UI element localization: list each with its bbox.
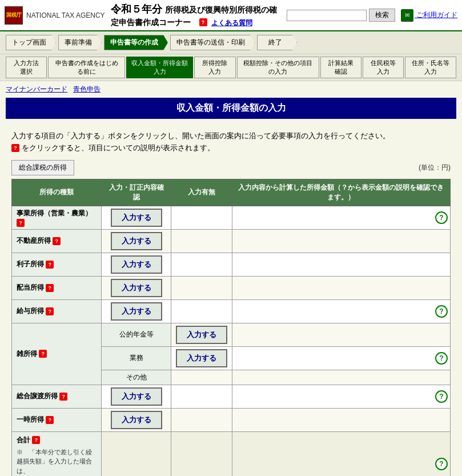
sogo-btn[interactable]: 総合課税の所得 bbox=[11, 160, 74, 175]
sub-step-1[interactable]: 申告書の作成をはじめる前に bbox=[48, 57, 125, 78]
step-send[interactable]: 申告書等の送信・印刷 bbox=[170, 35, 255, 50]
my-number-link[interactable]: マイナンバーカード bbox=[6, 85, 67, 94]
question-icon[interactable]: ? bbox=[199, 18, 207, 26]
q-red-3[interactable]: ? bbox=[46, 284, 54, 292]
misc-label-0: 公的年金等 bbox=[119, 330, 154, 338]
circle-q-transfer[interactable]: ? bbox=[435, 390, 448, 403]
sub-step-3[interactable]: 所得控除入力 bbox=[194, 57, 235, 78]
guide-icon: ✉ bbox=[401, 9, 413, 22]
step-prep-btn[interactable]: 事前準備 bbox=[58, 35, 102, 50]
header: 国税庁 NATIONAL TAX AGENCY 令和５年分 所得税及び復興特別所… bbox=[0, 0, 462, 31]
q-red-4[interactable]: ? bbox=[46, 307, 54, 315]
yn-cell-4 bbox=[171, 299, 232, 323]
q-red-0[interactable]: ? bbox=[17, 219, 25, 227]
table-header-row: 総合課税の所得 (単位：円) bbox=[11, 160, 451, 175]
input-btn-1[interactable]: 入力する bbox=[111, 232, 162, 250]
q-red-total[interactable]: ? bbox=[32, 436, 40, 444]
sub-step-4[interactable]: 税額控除・その他の項目の入力 bbox=[237, 57, 319, 78]
misc-value-2 bbox=[232, 370, 450, 385]
sub-step-5[interactable]: 計算結果確認 bbox=[320, 57, 361, 78]
input-btn-3[interactable]: 入力する bbox=[111, 279, 162, 297]
th-input-confirm: 入力・訂正内容確認 bbox=[102, 179, 171, 206]
misc-label-1: 業務 bbox=[130, 354, 143, 362]
income-type-cell-2: 利子所得 ? bbox=[12, 253, 102, 276]
page-title-bar: 収入金額・所得金額の入力 bbox=[6, 98, 456, 119]
step-send-btn[interactable]: 申告書等の送信・印刷 bbox=[170, 35, 255, 50]
misc-value-0 bbox=[232, 323, 450, 346]
misc-btn-cell-2 bbox=[171, 370, 232, 385]
year-label: 令和５年分 bbox=[111, 3, 162, 15]
total-yn-cell bbox=[171, 431, 232, 476]
misc-input-btn-1[interactable]: 入力する bbox=[176, 349, 227, 367]
circle-q-4[interactable]: ? bbox=[435, 305, 448, 318]
input-btn-cell-2: 入力する bbox=[102, 253, 171, 276]
table-row: 事業所得（営業・農業） ? 入力する ? bbox=[12, 206, 451, 229]
value-cell-0: ? bbox=[232, 206, 450, 229]
faq-link[interactable]: よくある質問 bbox=[211, 19, 252, 27]
step-create-btn[interactable]: 申告書等の作成 bbox=[104, 35, 168, 50]
input-btn-2[interactable]: 入力する bbox=[111, 255, 162, 274]
misc-type-cell: 雑所得 ? bbox=[12, 323, 102, 385]
q-red-transfer[interactable]: ? bbox=[59, 393, 67, 401]
guide-link[interactable]: ✉ ご利用ガイド bbox=[401, 9, 457, 22]
progress-bar: トップ画面 事前準備 申告書等の作成 申告書等の送信・印刷 終了 bbox=[0, 31, 462, 54]
circle-q-misc1[interactable]: ? bbox=[435, 352, 448, 365]
sub-step-0[interactable]: 入力方法選択 bbox=[6, 57, 47, 78]
sub-step-2[interactable]: 収入金額・所得金額入力 bbox=[126, 57, 193, 78]
step-top[interactable]: トップ画面 bbox=[6, 35, 56, 50]
transfer-input-btn[interactable]: 入力する bbox=[111, 387, 162, 406]
th-income-type: 所得の種類 bbox=[12, 179, 102, 206]
th-input-yn: 入力有無 bbox=[171, 179, 232, 206]
yn-cell-3 bbox=[171, 276, 232, 299]
instruction-line2: ? をクリックすると、項目についての説明が表示されます。 bbox=[11, 142, 451, 154]
instruction-q-icon[interactable]: ? bbox=[11, 144, 19, 152]
q-red-2[interactable]: ? bbox=[46, 261, 54, 269]
temporary-btn-cell: 入力する bbox=[102, 408, 171, 431]
input-btn-cell-3: 入力する bbox=[102, 276, 171, 299]
income-type-cell-0: 事業所得（営業・農業） ? bbox=[12, 206, 102, 229]
input-btn-0[interactable]: 入力する bbox=[111, 209, 162, 227]
value-cell-4: ? bbox=[232, 299, 450, 323]
input-btn-4[interactable]: 入力する bbox=[111, 302, 162, 321]
yn-cell-2 bbox=[171, 253, 232, 276]
th-calc-amount: 入力内容から計算した所得金額（？から表示金額の説明を確認できます。） bbox=[232, 179, 450, 206]
q-red-misc[interactable]: ? bbox=[39, 350, 47, 358]
input-btn-cell-1: 入力する bbox=[102, 229, 171, 253]
blue-tax-link[interactable]: 青色申告 bbox=[73, 85, 101, 94]
search-input[interactable] bbox=[287, 10, 367, 21]
table-row: 一時所得 ? 入力する bbox=[12, 408, 451, 431]
step-prep[interactable]: 事前準備 bbox=[58, 35, 102, 50]
table-row: 不動産所得 ? 入力する bbox=[12, 229, 451, 253]
transfer-btn-cell: 入力する bbox=[102, 385, 171, 408]
yn-cell-1 bbox=[171, 229, 232, 253]
step-end-btn[interactable]: 終了 bbox=[257, 35, 297, 50]
table-row: 総合譲渡所得 ? 入力する ? bbox=[12, 385, 451, 408]
sub-step-7[interactable]: 住所・氏名等入力 bbox=[405, 57, 456, 78]
misc-btn-cell-0: 入力する bbox=[171, 323, 232, 346]
search-button[interactable]: 検索 bbox=[369, 9, 395, 22]
step-end[interactable]: 終了 bbox=[257, 35, 297, 50]
table-row: 利子所得 ? 入力する bbox=[12, 253, 451, 276]
misc-sub-label-0: 公的年金等 bbox=[102, 323, 171, 346]
total-type-cell: 合計 ? ※ 「本年分で差し引く繰越損失額」を入力した場合は、 繰越損失控除後の… bbox=[12, 431, 102, 476]
input-btn-cell-4: 入力する bbox=[102, 299, 171, 323]
circle-q-total[interactable]: ? bbox=[435, 458, 448, 470]
q-red-temp[interactable]: ? bbox=[46, 416, 54, 424]
misc-input-btn-0[interactable]: 入力する bbox=[176, 326, 227, 344]
income-type-cell-3: 配当所得 ? bbox=[12, 276, 102, 299]
value-cell-3 bbox=[232, 276, 450, 299]
step-create[interactable]: 申告書等の作成 bbox=[104, 35, 168, 50]
logo-box: 国税庁 bbox=[5, 6, 23, 25]
main-content: 入力する項目の「入力する」ボタンをクリックし、開いた画面の案内に沿って必要事項の… bbox=[0, 119, 462, 476]
step-top-btn[interactable]: トップ画面 bbox=[6, 35, 56, 50]
temporary-yn-cell bbox=[171, 408, 232, 431]
links-row: マイナンバーカード 青色申告 bbox=[0, 81, 462, 98]
yn-cell-0 bbox=[171, 206, 232, 229]
sub-step-6[interactable]: 住民税等入力 bbox=[363, 57, 404, 78]
circle-q-0[interactable]: ? bbox=[435, 211, 448, 224]
q-red-1[interactable]: ? bbox=[53, 237, 61, 245]
transfer-yn-cell bbox=[171, 385, 232, 408]
agency-name: NATIONAL TAX AGENCY bbox=[26, 11, 105, 19]
header-title: 令和５年分 所得税及び復興特別所得税の確定申告書作成コーナー ? よくある質問 bbox=[111, 2, 281, 28]
temporary-input-btn[interactable]: 入力する bbox=[111, 411, 162, 429]
